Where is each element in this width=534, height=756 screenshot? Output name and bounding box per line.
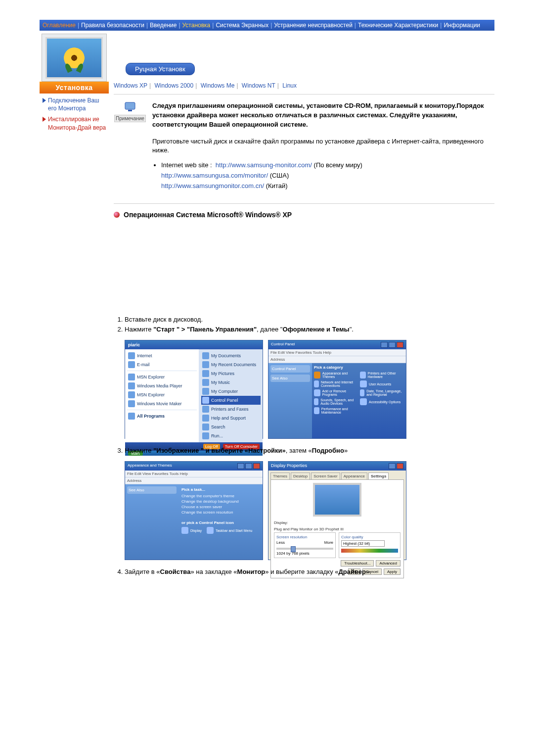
step-1: Вставьте диск в дисковод. — [125, 315, 494, 325]
start-menu-control-panel[interactable]: Control Panel — [201, 396, 261, 405]
monitor-icon — [123, 101, 137, 113]
site-link[interactable]: http://www.samsung-monitor.com/ — [216, 161, 312, 169]
divider — [114, 94, 494, 94]
site-link[interactable]: http://www.samsungusa.com/monitor/ — [161, 172, 268, 179]
svg-rect-0 — [125, 102, 135, 109]
screenshot-display-properties: Display Properties Themes Desktop Screen… — [268, 461, 406, 560]
minimize-icon[interactable] — [237, 463, 244, 469]
pick-category-label: Pick a category — [314, 365, 404, 370]
task-link[interactable]: Change the screen resolution — [181, 510, 260, 515]
menu-bar: File Edit View Favorites Tools Help — [268, 349, 406, 356]
start-menu-user: piaric — [125, 340, 263, 349]
display-label: Display: — [274, 520, 288, 525]
menu-bar: File Edit View Favorites Tools Help — [125, 471, 263, 477]
tab-themes[interactable]: Themes — [270, 472, 290, 479]
os-links: Windows XP| Windows 2000| Windows Me| Wi… — [114, 82, 494, 89]
close-icon[interactable] — [397, 342, 403, 348]
display-icon[interactable]: Display — [181, 527, 202, 534]
close-icon[interactable] — [397, 463, 403, 469]
resolution-slider[interactable] — [276, 548, 333, 550]
manual-install-tab[interactable]: Руцная Установк — [126, 63, 195, 75]
divider — [114, 203, 494, 204]
pick-task-label: Pick a task... — [181, 487, 260, 492]
bullet-icon — [114, 212, 120, 218]
color-bar — [341, 549, 398, 553]
task-link[interactable]: Choose a screen saver — [181, 505, 260, 509]
tab-screensaver[interactable]: Screen Saver — [311, 472, 340, 479]
screenshot-appearance-themes: Appearance and Themes File Edit View Fav… — [125, 461, 263, 560]
resolution-value: 1024 by 768 pixels — [276, 551, 333, 556]
os-heading: Операционная Система Microsoft® Windows®… — [114, 211, 494, 219]
sidebar: Установка Подключение Ваш его Монитора И… — [40, 31, 109, 582]
apply-button[interactable]: Apply — [384, 568, 400, 575]
task-link[interactable]: Change the computer's theme — [181, 494, 260, 498]
monitor-preview — [313, 483, 361, 517]
note-bold-text: Следуя приглашениям операционной системы… — [152, 101, 494, 130]
install-heading: Установка — [40, 82, 109, 94]
or-pick-label: or pick a Control Panel icon — [181, 520, 260, 525]
steps-list-cont2: Зайдите в «Свойства» на закладке «Монито… — [125, 567, 494, 577]
tab-appearance[interactable]: Appearance — [341, 472, 367, 479]
color-select[interactable]: Highest (32 bit) — [341, 540, 385, 547]
nav-item-active[interactable]: Установка — [182, 22, 211, 29]
tab-settings[interactable]: Settings — [368, 472, 389, 479]
maximize-icon[interactable] — [245, 463, 252, 469]
arrow-icon — [43, 98, 46, 103]
advanced-button[interactable]: Advanced — [376, 560, 400, 567]
main-content: Руцная Установк Windows XP| Windows 2000… — [109, 31, 494, 582]
step-4: Зайдите в «Свойства» на закладке «Монито… — [125, 567, 494, 577]
sidebar-link-connect[interactable]: Подключение Ваш его Монитора — [43, 96, 107, 112]
maximize-icon[interactable] — [389, 342, 396, 348]
nav-item[interactable]: Информации — [444, 22, 480, 29]
window-title: Control Panel — [271, 342, 295, 348]
os-link[interactable]: Windows Me — [201, 82, 235, 89]
nav-item[interactable]: Система Экранных — [216, 22, 268, 29]
address-bar: Address — [268, 356, 406, 363]
arrow-icon — [43, 117, 46, 122]
sidebar-link-driver[interactable]: Инсталлирован ие Монитора-Драй вера — [43, 115, 107, 131]
step-3: Нажмите "Изображение " и выберите «Настр… — [125, 446, 494, 456]
steps-list-cont: Нажмите "Изображение " и выберите «Настр… — [125, 446, 494, 456]
top-nav: Оглавление| Правила безопасности| Введен… — [40, 20, 494, 31]
screenshot-start-menu: piaric Internet E-mail MSN Explorer Wind… — [125, 340, 263, 439]
minimize-icon[interactable] — [381, 342, 388, 348]
steps-list: Вставьте диск в дисковод. Нажмите "Старт… — [125, 315, 494, 335]
tab-desktop[interactable]: Desktop — [291, 472, 310, 479]
website-line: Internet web site : http://www.samsung-m… — [161, 160, 494, 191]
window-title: Appearance and Themes — [128, 463, 172, 469]
nav-item[interactable]: Технические Характеристики — [358, 22, 438, 29]
cat-appearance[interactable]: Appearance and Themes — [314, 372, 358, 378]
resolution-group: Screen resolution LessMore 1024 by 768 p… — [274, 532, 336, 558]
troubleshoot-button[interactable]: Troubleshoot... — [341, 560, 374, 567]
nav-item[interactable]: Устранение неисправностей — [274, 22, 353, 29]
monitor-thumbnail — [42, 34, 107, 82]
help-icon[interactable] — [389, 463, 396, 469]
nav-item[interactable]: Введение — [150, 22, 177, 29]
note-badge: Примечание — [114, 101, 146, 122]
display-value: Plug and Play Monitor on 3D Prophet III — [274, 527, 344, 531]
screenshot-control-panel: Control Panel File Edit View Favorites T… — [268, 340, 406, 439]
os-link[interactable]: Windows 2000 — [155, 82, 194, 89]
window-title: Display Properties — [271, 463, 307, 469]
os-link[interactable]: Windows NT — [242, 82, 275, 89]
nav-item[interactable]: Правила безопасности — [81, 22, 144, 29]
os-link[interactable]: Linux — [282, 82, 297, 89]
color-group: Color quality Highest (32 bit) — [339, 532, 400, 558]
taskbar-icon[interactable]: Taskbar and Start Menu — [207, 527, 252, 534]
os-link[interactable]: Windows XP — [114, 82, 147, 89]
address-bar: Address — [125, 477, 263, 484]
close-icon[interactable] — [253, 463, 260, 469]
flower-icon — [64, 47, 85, 68]
step-2: Нажмите "Старт " > "Панель Управления", … — [125, 325, 494, 335]
site-link[interactable]: http://www.samsungmonitor.com.cn/ — [161, 182, 264, 189]
svg-rect-1 — [128, 110, 132, 111]
nav-item[interactable]: Оглавление — [43, 22, 76, 29]
note-plain-text: Приготовьте чистый диск и скачайте файл … — [152, 137, 494, 156]
task-link[interactable]: Change the desktop background — [181, 499, 260, 504]
